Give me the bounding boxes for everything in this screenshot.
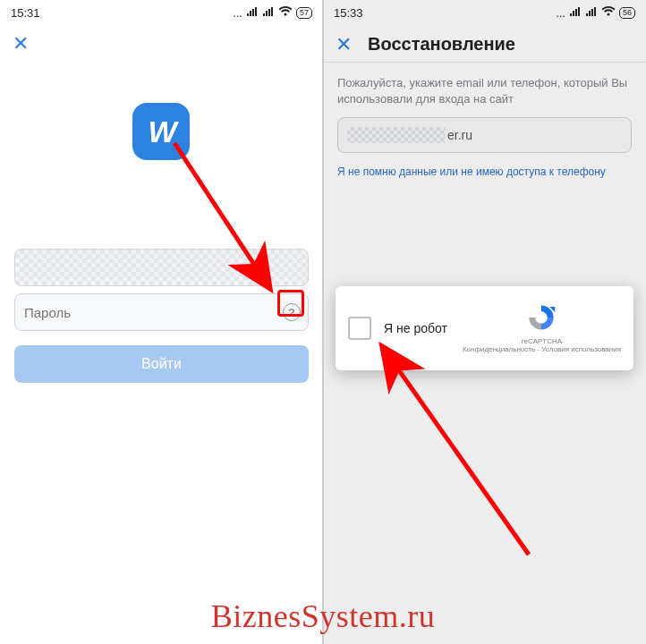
wifi-icon <box>278 6 293 20</box>
login-field[interactable] <box>14 249 309 286</box>
close-icon[interactable]: ✕ <box>336 35 352 55</box>
signal-icon-2 <box>585 6 598 20</box>
email-visible-suffix: er.ru <box>447 128 472 142</box>
help-icon[interactable]: ? <box>283 303 301 321</box>
wifi-icon <box>601 6 616 20</box>
recovery-screen: 15:33 ... 56 ✕ Восстановление Пожалуйста… <box>323 0 646 644</box>
recaptcha-label: Я не робот <box>384 321 447 335</box>
masked-email-part <box>347 127 446 143</box>
status-icons: ... 56 <box>556 6 635 20</box>
password-input[interactable] <box>24 305 299 320</box>
recaptcha-icon <box>526 302 557 333</box>
panel-divider <box>322 0 324 644</box>
instruction-text: Пожалуйста, укажите email или телефон, к… <box>323 63 646 114</box>
close-icon[interactable]: ✕ <box>13 34 29 54</box>
login-form: ? Войти <box>14 249 309 383</box>
forgot-data-link[interactable]: Я не помню данные или не имею доступа к … <box>323 160 646 183</box>
header: ✕ <box>0 25 323 61</box>
recaptcha-card: Я не робот reCAPTCHA Конфиденциальность … <box>336 286 633 370</box>
login-button[interactable]: Войти <box>14 345 309 383</box>
dots-icon: ... <box>233 6 242 20</box>
recaptcha-terms-link[interactable]: Условия использования <box>541 345 621 353</box>
signal-icon <box>246 6 259 20</box>
recaptcha-checkbox[interactable] <box>348 317 371 340</box>
password-field-wrapper: ? <box>14 293 309 331</box>
page-title: Восстановление <box>368 34 515 55</box>
recaptcha-branding: reCAPTCHA Конфиденциальность - Условия и… <box>463 302 621 354</box>
battery-indicator: 57 <box>296 7 312 19</box>
signal-icon <box>569 6 582 20</box>
recaptcha-brand-text: reCAPTCHA <box>463 337 621 346</box>
clock: 15:33 <box>334 6 363 20</box>
vk-logo: W <box>132 103 190 160</box>
status-bar: 15:33 ... 56 <box>323 0 646 25</box>
status-bar: 15:31 ... 57 <box>0 0 323 25</box>
battery-indicator: 56 <box>619 7 635 19</box>
clock: 15:31 <box>11 6 40 20</box>
signal-icon-2 <box>262 6 275 20</box>
recaptcha-privacy-link[interactable]: Конфиденциальность <box>463 345 535 353</box>
status-icons: ... 57 <box>233 6 312 20</box>
email-input[interactable]: er.ru <box>337 117 632 153</box>
header: ✕ Восстановление <box>323 25 646 63</box>
svg-line-2 <box>384 349 529 555</box>
dots-icon: ... <box>556 6 565 20</box>
login-screen: 15:31 ... 57 ✕ W ? <box>0 0 323 644</box>
